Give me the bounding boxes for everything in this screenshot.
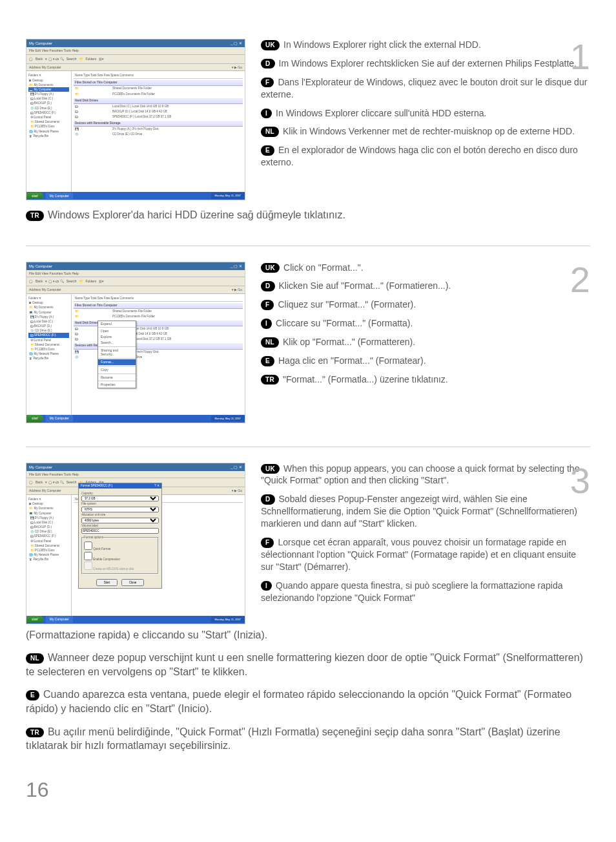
badge-uk: UK	[261, 40, 280, 50]
dialog-close-button[interactable]: Close	[121, 579, 145, 586]
volume-label-input[interactable]	[81, 528, 159, 534]
badge-nl: NL	[261, 127, 279, 137]
step2-e: EHaga clic en "Format..." (Formatear).	[261, 355, 590, 367]
step3-d: DSobald dieses Popup-Fenster angezeigt w…	[261, 493, 590, 530]
format-dialog[interactable]: Format SPE5400CC (F:)? ✕ Capacity: 37.2 …	[78, 483, 162, 589]
enable-compression-checkbox[interactable]	[84, 552, 92, 560]
capacity-select[interactable]: 37.2 GB	[81, 496, 159, 501]
step1-tr: TRWindows Explorer'da harici HDD üzerine…	[26, 208, 590, 222]
step1-f: FDans l'Explorateur de Windows, cliquez …	[261, 76, 590, 101]
allocation-select[interactable]: 4096 bytes	[81, 518, 159, 523]
step3-tr: TRBu açılır menü belirdiğinde, "Quick Fo…	[26, 725, 590, 753]
step2-tr: TR"Format..." (Formatla...) üzerine tıkl…	[261, 374, 590, 386]
context-format[interactable]: Format...	[98, 359, 136, 365]
screenshot-1: My Computer_ ▢ ✕ File Edit View Favorite…	[26, 39, 245, 200]
step1-e: EEn el explorador de Windows haga clic c…	[261, 144, 590, 169]
step1-d: DIm Windows Explorer rechtsklicken Sie a…	[261, 58, 590, 70]
step2-i: ICliccare su "Format..." (Formatta).	[261, 317, 590, 330]
step3-i-part1: IQuando appare questa finestra, si può s…	[261, 580, 590, 604]
screenshot-3: My Computer_ ▢ ✕ File Edit View Favorite…	[26, 463, 245, 624]
step1-i: IIn Windows Explorer cliccare sull'unità…	[261, 107, 590, 120]
step1-uk: UKIn Windows Explorer right click the ex…	[261, 39, 590, 51]
quick-format-checkbox[interactable]	[84, 542, 92, 550]
step-number-1: 1	[570, 39, 590, 75]
step-number-2: 2	[570, 262, 590, 298]
step2-uk: UKClick on "Format...".	[261, 262, 590, 274]
step2-nl: NLKlik op "Format..." (Formatteren).	[261, 336, 590, 348]
step3-uk: UKWhen this popup appears, you can choos…	[261, 463, 590, 487]
divider	[26, 246, 590, 246]
badge-f: F	[261, 78, 274, 88]
page-number: 16	[26, 776, 590, 804]
step2-d: DKlicken Sie auf "Format..." (Formatiere…	[261, 280, 590, 292]
step3-e: ECuando aparezca esta ventana, puede ele…	[26, 688, 590, 715]
step3-nl: NLWanneer deze popup verschijnt kunt u e…	[26, 651, 590, 679]
divider	[26, 447, 590, 447]
step-number-3: 3	[570, 463, 590, 499]
filesystem-select[interactable]: NTFS	[81, 507, 159, 512]
badge-d: D	[261, 59, 275, 69]
badge-i: I	[261, 109, 272, 119]
step1-nl: NLKlik in Windows Verkenner met de recht…	[261, 125, 590, 138]
step2-f: FCliquez sur "Format..." (Formater).	[261, 299, 590, 311]
screenshot-2: My Computer_ ▢ ✕ File Edit View Favorite…	[26, 262, 245, 423]
step3-i-part2: (Formattazione rapida) e cliccando su "S…	[26, 628, 590, 642]
badge-tr: TR	[26, 211, 44, 221]
badge-e: E	[261, 145, 274, 156]
context-menu[interactable]: Expand Open Explore Search... Sharing an…	[98, 321, 136, 389]
dialog-start-button[interactable]: Start	[96, 579, 118, 586]
step3-f: FLorsque cet écran apparaît, vous pouvez…	[261, 536, 590, 573]
